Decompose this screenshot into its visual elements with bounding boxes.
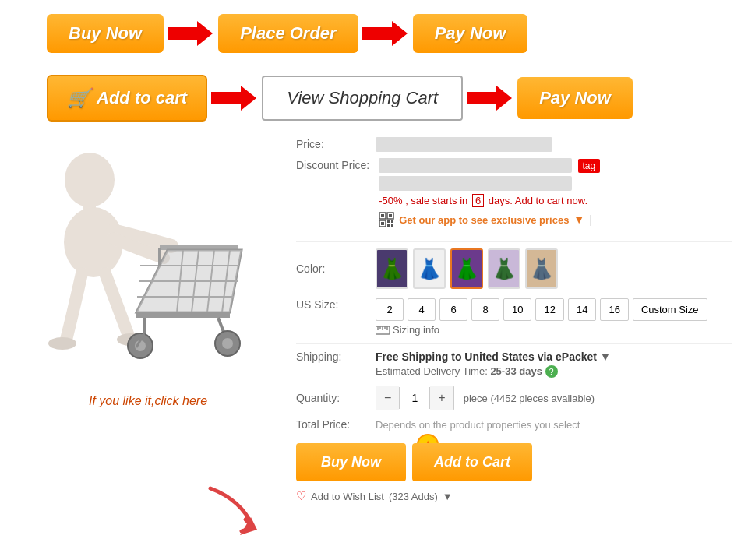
- color-swatch-beige[interactable]: 👗: [525, 248, 558, 289]
- right-section: Price: ████████████████ Discount Price: …: [296, 137, 732, 503]
- view-cart-button[interactable]: View Shopping Cart: [262, 76, 463, 121]
- shipping-method: Free Shipping to United States via ePack…: [376, 350, 611, 363]
- size-16-button[interactable]: 16: [600, 298, 628, 321]
- cart-illustration: [16, 137, 257, 386]
- total-price-row: Total Price: Depends on the product prop…: [296, 418, 732, 431]
- add-to-cart-main-button[interactable]: Add to Cart: [412, 443, 532, 481]
- top-flow-section: Buy Now Place Order Pay Now: [0, 0, 748, 67]
- color-swatch-light-purple[interactable]: 👗: [488, 248, 520, 289]
- pay-now-top-button[interactable]: Pay Now: [413, 14, 528, 53]
- wishlist-dropdown-icon[interactable]: ▼: [443, 491, 453, 502]
- buy-now-top-button[interactable]: Buy Now: [47, 14, 164, 53]
- size-10-button[interactable]: 10: [503, 298, 531, 321]
- color-swatch-dark-blue[interactable]: 👗: [376, 248, 408, 289]
- wishlist-count: (323 Adds): [389, 491, 438, 502]
- delivery-help-icon[interactable]: ?: [545, 365, 558, 378]
- price-row: Price: ████████████████: [296, 137, 732, 152]
- color-swatch-white[interactable]: 👗: [413, 248, 446, 289]
- size-buttons: 2 4 6 8 10 12 14 16 Custom Size: [376, 298, 707, 321]
- sale-info: -50% , sale starts in 6 days. Add to car…: [379, 194, 600, 207]
- price-label: Price:: [296, 138, 366, 150]
- ruler-icon: [376, 325, 390, 336]
- add-to-cart-flow-button[interactable]: 🛒 Add to cart: [47, 75, 207, 122]
- click-hint-text: If you like it,click here: [16, 394, 280, 408]
- shipping-row: Shipping: Free Shipping to United States…: [296, 350, 732, 378]
- svg-rect-33: [387, 224, 390, 227]
- app-promo-text[interactable]: Get our app to see exclusive prices: [399, 214, 569, 226]
- size-6-button[interactable]: 6: [439, 298, 468, 321]
- custom-size-button[interactable]: Custom Size: [633, 298, 707, 321]
- sale-price-value: ████████████████: [379, 176, 571, 191]
- shipping-dropdown[interactable]: ▼: [600, 350, 611, 363]
- size-8-button[interactable]: 8: [471, 298, 499, 321]
- down-arrow: [203, 484, 265, 542]
- size-4-button[interactable]: 4: [408, 298, 436, 321]
- arrow-3: [207, 83, 262, 114]
- total-price-text: Depends on the product properties you se…: [376, 419, 580, 431]
- svg-rect-26: [381, 214, 384, 217]
- svg-rect-30: [381, 222, 384, 225]
- divider2: [296, 343, 732, 344]
- wishlist-label[interactable]: Add to Wish List: [311, 491, 384, 502]
- buy-now-button[interactable]: Buy Now: [296, 443, 406, 481]
- svg-marker-3: [467, 86, 512, 111]
- svg-rect-32: [391, 220, 393, 223]
- svg-point-4: [65, 153, 115, 207]
- size-12-button[interactable]: 12: [535, 298, 563, 321]
- size-2-button[interactable]: 2: [376, 298, 404, 321]
- discount-label: Discount Price:: [296, 159, 369, 171]
- quantity-label: Quantity:: [296, 392, 366, 404]
- svg-marker-1: [362, 21, 408, 46]
- left-section: If you like it,click here: [16, 137, 280, 503]
- shipping-info: Free Shipping to United States via ePack…: [376, 350, 611, 378]
- color-swatches: 👗 👗 👗 👗 👗: [376, 248, 558, 289]
- heart-icon: ♡: [296, 489, 306, 503]
- add-to-cart-wrapper: ★ Add to Cart: [412, 443, 532, 481]
- pay-now-flow-button[interactable]: Pay Now: [517, 77, 633, 119]
- discount-price-area: ████████████████ tag ████████████████ -5…: [379, 158, 600, 235]
- svg-marker-0: [168, 21, 213, 46]
- wishlist-row: ♡ Add to Wish List (323 Adds) ▼: [296, 489, 732, 503]
- app-promo-row: Get our app to see exclusive prices ▼ |: [379, 212, 600, 227]
- svg-point-21: [222, 338, 233, 349]
- arrow-1: [164, 18, 218, 49]
- quantity-increase-button[interactable]: +: [430, 386, 453, 410]
- quantity-available: piece (4452 pieces available): [464, 393, 595, 404]
- size-section: US Size: 2 4 6 8 10 12 14 16 Custom Size: [296, 298, 732, 321]
- sizing-info-link[interactable]: Sizing info: [376, 324, 732, 336]
- svg-marker-2: [211, 86, 256, 111]
- svg-rect-28: [389, 214, 392, 217]
- svg-rect-31: [387, 220, 390, 223]
- shopping-figure: [16, 137, 257, 386]
- discount-tag: tag: [578, 159, 601, 173]
- size-14-button[interactable]: 14: [568, 298, 596, 321]
- quantity-row: Quantity: − 1 + piece (4452 pieces avail…: [296, 386, 732, 410]
- app-promo-dropdown[interactable]: ▼: [573, 213, 584, 226]
- second-flow-section: 🛒 Add to cart View Shopping Cart Pay Now: [0, 67, 748, 129]
- place-order-top-button[interactable]: Place Order: [218, 14, 358, 53]
- quantity-control: − 1 +: [376, 386, 454, 410]
- color-row: Color: 👗 👗 👗 👗 👗: [296, 248, 732, 289]
- quantity-value: 1: [399, 387, 430, 409]
- arrow-4: [463, 83, 517, 114]
- discount-price-value: ████████████████: [379, 158, 571, 173]
- quantity-decrease-button[interactable]: −: [376, 386, 399, 410]
- color-label: Color:: [296, 262, 366, 275]
- discount-price-row: Discount Price: ████████████████ tag ███…: [296, 158, 732, 235]
- arrow-2: [358, 18, 413, 49]
- total-price-label: Total Price:: [296, 418, 366, 431]
- color-swatch-purple[interactable]: 👗: [450, 248, 483, 289]
- svg-rect-34: [391, 224, 393, 227]
- delivery-time: Estimated Delivery Time: 25-33 days ?: [376, 365, 611, 378]
- price-value: ████████████████: [376, 137, 552, 152]
- qr-icon: [379, 212, 394, 227]
- divider: [296, 241, 732, 242]
- svg-point-7: [48, 337, 76, 350]
- main-content: If you like it,click here Price: ███████…: [0, 137, 748, 503]
- cart-icon: 🛒: [67, 87, 90, 109]
- action-buttons: Buy Now ★ Add to Cart: [296, 443, 732, 481]
- shipping-label: Shipping:: [296, 350, 366, 363]
- size-label: US Size:: [296, 298, 366, 311]
